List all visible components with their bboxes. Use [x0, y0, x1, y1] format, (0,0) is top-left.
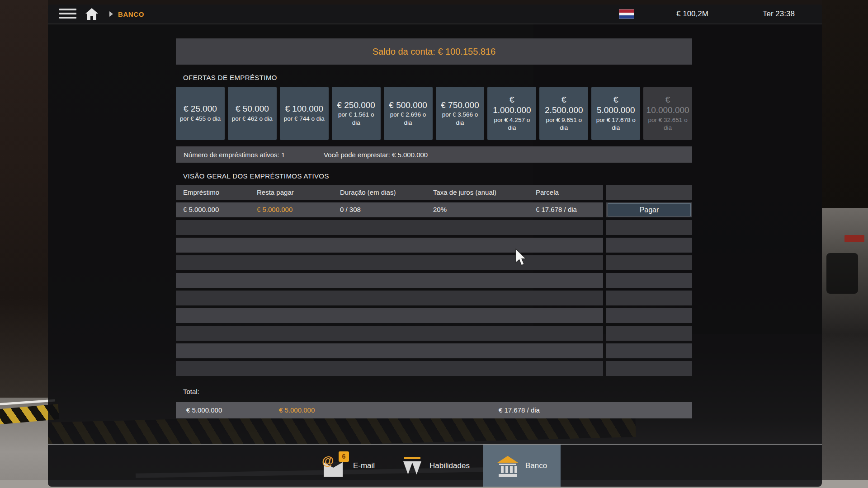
- email-icon: @ 6: [323, 453, 346, 479]
- loan-duration: 0 / 308: [340, 206, 361, 213]
- offer-amount: € 5.000.000: [594, 95, 637, 116]
- offer-amount: € 25.000: [184, 104, 217, 114]
- offer-rate: por € 32.651 o dia: [646, 116, 689, 132]
- loan-installment: € 17.678 / dia: [536, 206, 577, 213]
- offer-rate: por € 17.678 o dia: [594, 116, 637, 132]
- netherlands-flag-icon: [619, 9, 634, 19]
- bottom-tab-bar: @ 6 E-mail Habilidades: [48, 445, 822, 487]
- loan-offer-card[interactable]: € 50.000por € 462 o dia: [228, 87, 277, 140]
- loan-offers-title: OFERTAS DE EMPRÉSTIMO: [183, 74, 277, 81]
- bank-icon: [497, 453, 519, 479]
- offer-amount: € 10.000.000: [646, 95, 689, 116]
- col-interest: Taxa de juros (anual): [433, 188, 496, 196]
- offer-amount: € 50.000: [236, 104, 269, 114]
- col-remaining: Resta pagar: [257, 188, 294, 196]
- tab-email[interactable]: @ 6 E-mail: [309, 445, 388, 487]
- offer-amount: € 100.000: [285, 104, 324, 114]
- breadcrumb-chevron-icon: [109, 11, 113, 17]
- offer-rate: por € 2.696 o dia: [387, 111, 430, 127]
- borrow-capacity: Você pode emprestar: € 5.000.000: [324, 151, 428, 159]
- total-loan: € 5.000.000: [186, 406, 222, 414]
- loan-remaining: € 5.000.000: [257, 206, 292, 213]
- player-money: € 100,2M: [676, 9, 708, 19]
- col-loan: Empréstimo: [183, 188, 219, 196]
- loan-offer-card: € 10.000.000por € 32.651 o dia: [643, 87, 692, 140]
- mouse-cursor: [515, 249, 527, 267]
- col-duration: Duração (em dias): [340, 188, 396, 196]
- top-bar: BANCO € 100,2M Ter 23:38: [48, 5, 822, 23]
- loan-table-empty-row: [176, 343, 692, 358]
- page: BANCO € 100,2M Ter 23:38 Saldo da conta:…: [0, 0, 868, 488]
- account-balance-text: Saldo da conta: € 100.155.816: [373, 47, 495, 57]
- offer-rate: por € 462 o dia: [232, 115, 273, 123]
- loan-table-empty-row: [176, 308, 692, 323]
- menu-icon[interactable]: [59, 9, 76, 19]
- loan-amount: € 5.000.000: [183, 206, 219, 213]
- loan-table-empty-row: [176, 361, 692, 376]
- skills-icon: [402, 453, 423, 479]
- offer-rate: por € 3.566 o dia: [439, 111, 482, 127]
- loan-offer-card[interactable]: € 100.000por € 744 o dia: [280, 87, 329, 140]
- tab-bank[interactable]: Banco: [483, 445, 561, 487]
- offer-amount: € 1.000.000: [490, 95, 533, 116]
- account-balance-bar: Saldo da conta: € 100.155.816: [176, 38, 692, 65]
- active-loans-count: Número de empréstimos ativos: 1: [184, 151, 285, 159]
- loan-table-header: Empréstimo Resta pagar Duração (em dias)…: [176, 185, 692, 200]
- loan-table-empty-row: [176, 220, 692, 235]
- email-unread-badge: 6: [339, 451, 349, 462]
- pay-button[interactable]: Pagar: [608, 203, 691, 216]
- offer-amount: € 250.000: [337, 100, 375, 111]
- loan-offer-card[interactable]: € 2.500.000por € 9.651 o dia: [539, 87, 588, 140]
- offer-amount: € 500.000: [389, 100, 427, 111]
- tab-skills[interactable]: Habilidades: [388, 445, 483, 487]
- loan-table-empty-row: [176, 291, 692, 305]
- total-remaining: € 5.000.000: [279, 406, 315, 414]
- home-icon[interactable]: [85, 8, 99, 22]
- loan-offer-card[interactable]: € 25.000por € 455 o dia: [176, 87, 225, 140]
- offer-rate: por € 4.257 o dia: [490, 116, 533, 132]
- loan-offer-card[interactable]: € 5.000.000por € 17.678 o dia: [591, 87, 640, 140]
- loan-offers-row: € 25.000por € 455 o dia€ 50.000por € 462…: [176, 87, 692, 140]
- panel-separator: [48, 444, 822, 445]
- game-time: Ter 23:38: [763, 9, 795, 19]
- offer-rate: por € 9.651 o dia: [542, 116, 585, 132]
- loan-table-empty-row: [176, 326, 692, 341]
- loan-status-bar: Número de empréstimos ativos: 1 Você pod…: [176, 146, 692, 163]
- loan-interest: 20%: [433, 206, 447, 213]
- offer-rate: por € 455 o dia: [180, 115, 221, 123]
- loan-offer-card[interactable]: € 1.000.000por € 4.257 o dia: [487, 87, 536, 140]
- total-label: Total:: [183, 388, 199, 395]
- loan-offer-card[interactable]: € 750.000por € 3.566 o dia: [436, 87, 485, 140]
- active-loans-title: VISÃO GERAL DOS EMPRÉSTIMOS ATIVOS: [183, 172, 329, 180]
- at-symbol-icon: @: [322, 454, 334, 468]
- loan-table-empty-row: [176, 255, 692, 270]
- offer-rate: por € 744 o dia: [284, 115, 325, 123]
- loan-offer-card[interactable]: € 500.000por € 2.696 o dia: [384, 87, 433, 140]
- loan-table-empty-row: [176, 273, 692, 288]
- offer-amount: € 2.500.000: [542, 95, 585, 116]
- loan-row: € 5.000.000 € 5.000.000 0 / 308 20% € 17…: [176, 202, 692, 217]
- col-installment: Parcela: [536, 188, 559, 196]
- bank-panel: Saldo da conta: € 100.155.816 OFERTAS DE…: [48, 23, 822, 444]
- loan-offer-card[interactable]: € 250.000por € 1.561 o dia: [332, 87, 381, 140]
- total-row: € 5.000.000 € 5.000.000 € 17.678 / dia: [176, 402, 692, 418]
- loan-table-header-action-cell: [606, 185, 692, 200]
- offer-rate: por € 1.561 o dia: [335, 111, 378, 127]
- total-installment: € 17.678 / dia: [499, 406, 540, 414]
- loan-table-empty-row: [176, 238, 692, 253]
- breadcrumb[interactable]: BANCO: [118, 10, 144, 18]
- offer-amount: € 750.000: [441, 100, 479, 111]
